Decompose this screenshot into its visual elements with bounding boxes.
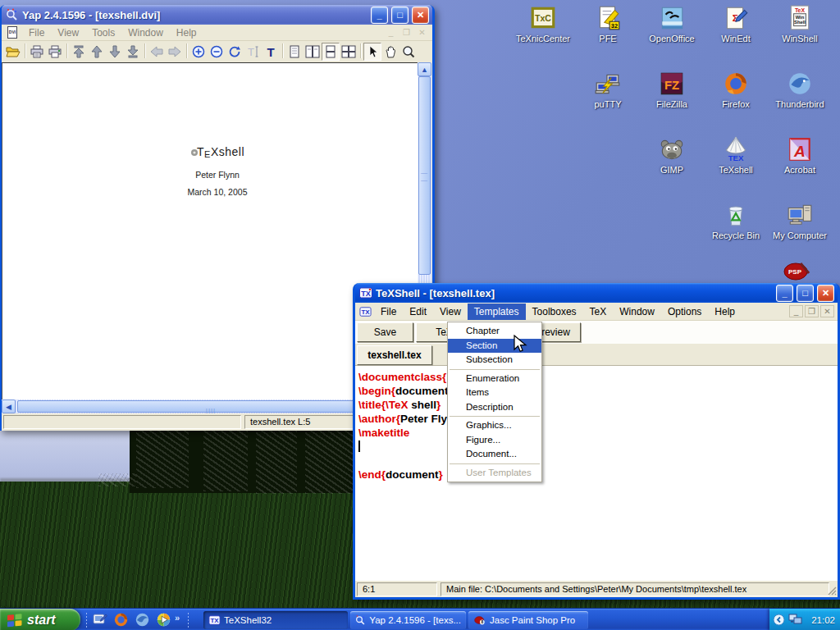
mdi-minimize-button[interactable]: _ [789,305,803,317]
taskbar-clock[interactable]: 21:02 [811,615,835,625]
vertical-scrollbar-thumb[interactable]: ―― [418,76,431,275]
thunderbird-icon [786,70,814,98]
yap-minimize-button[interactable]: _ [371,7,388,24]
hand-tool-icon[interactable] [381,43,399,61]
magnifier-tool-icon[interactable] [399,43,418,61]
firefox-quicklaunch-icon[interactable] [113,612,129,628]
more-chevron-icon[interactable]: » [175,613,180,623]
first-page-icon[interactable] [70,43,88,61]
menu-item-items[interactable]: Items [448,386,541,400]
yap-menu-tools[interactable]: Tools [85,25,121,41]
yap-menu-window[interactable]: Window [121,25,170,41]
yap-menu-view[interactable]: View [51,25,85,41]
texshell-menu-tex[interactable]: TeX [583,304,614,320]
save-button[interactable]: Save [357,322,413,342]
ruler-tool-icon[interactable]: T [244,43,262,61]
text-tool-icon[interactable]: T [262,43,280,61]
filezilla-icon: FZ [658,70,686,98]
forward-icon[interactable] [166,43,184,61]
facing-page-view-icon[interactable] [304,43,322,61]
continuous-view-icon[interactable] [322,43,340,61]
tab-texshell-tex[interactable]: texshell.tex [357,345,432,365]
yap-close-button[interactable]: ✕ [412,7,429,24]
print-setup-icon[interactable] [46,43,64,61]
menu-item-enumeration[interactable]: Enumeration [448,372,541,386]
texshell-minimize-button[interactable]: _ [776,285,793,302]
texshell-icon: TEX [722,135,750,163]
mdi-restore-button[interactable]: ❐ [805,305,819,317]
desktop-icon-putty[interactable]: puTTY [576,70,640,109]
mdi-minimize-button[interactable]: _ [384,26,398,39]
desktop-icon-firefox[interactable]: Firefox [704,70,768,109]
texshell-maximize-button[interactable]: □ [797,285,814,302]
desktop-icon-openoffice[interactable]: OpenOffice [640,4,704,43]
last-page-icon[interactable] [124,43,142,61]
scroll-up-button[interactable]: ▲ [418,62,431,76]
yap-maximize-button[interactable]: □ [391,7,409,24]
texshell-menu-view[interactable]: View [433,304,468,320]
texshell-menu-help[interactable]: Help [708,304,742,320]
open-file-icon[interactable] [4,43,22,61]
next-page-icon[interactable] [106,43,124,61]
paint-shop-pro-task-icon: 8 [473,614,486,626]
desktop-icon-psp[interactable]: PSP [781,260,817,283]
mdi-restore-button[interactable]: ❐ [399,26,413,39]
single-page-view-icon[interactable] [285,43,304,61]
yap-status-message [3,415,241,429]
desktop-icon-texniccenter[interactable]: TxC TeXnicCenter [511,4,575,43]
texshell-menu-edit[interactable]: Edit [403,304,433,320]
texshell-menu-window[interactable]: Window [613,304,661,320]
yap-menu-help[interactable]: Help [170,25,203,41]
taskbar-button-paintshoppro[interactable]: 8 Jasc Paint Shop Pro [468,611,588,629]
resize-grip[interactable] [828,587,837,596]
back-icon[interactable] [148,43,166,61]
scroll-left-button[interactable]: ◀ [2,399,16,413]
taskbar-button-yap[interactable]: Yap 2.4.1596 - [texs... [350,611,466,629]
code-editor[interactable]: \documentclass{ \begin{document \title{\… [355,366,838,581]
refresh-icon[interactable] [226,43,244,61]
continuous-facing-view-icon[interactable] [340,43,358,61]
texshell-menu-templates[interactable]: Templates [468,304,526,320]
print-icon[interactable] [28,43,46,61]
desktop-icon-pfe[interactable]: 32 PFE [576,4,640,43]
texshell-menu-file[interactable]: File [374,304,403,320]
previous-page-icon[interactable] [88,43,106,61]
desktop-icon-gimp[interactable]: GIMP [640,135,704,175]
network-status-icon[interactable] [788,614,802,626]
show-desktop-icon[interactable] [92,612,107,628]
media-player-icon[interactable] [156,612,171,628]
yap-menu-file[interactable]: File [22,25,51,41]
select-tool-icon[interactable] [363,43,381,61]
texshell-menu-options[interactable]: Options [661,304,708,320]
taskbar-gripper[interactable] [187,612,189,628]
thunderbird-quicklaunch-icon[interactable] [135,612,150,628]
desktop-icon-my-computer[interactable]: My Computer [768,201,832,240]
yap-titlebar[interactable]: Yap 2.4.1596 - [texshell.dvi] _ □ ✕ [2,5,432,25]
taskbar-button-texshell[interactable]: TX TeXShell32 [203,611,348,629]
svg-text:A: A [793,143,806,160]
desktop-icon-texshell[interactable]: TEX TeXshell [704,135,768,175]
menu-item-graphics[interactable]: Graphics... [448,418,541,433]
menu-item-document[interactable]: Document... [448,447,541,462]
texshell-menu-toolboxes[interactable]: Toolboxes [526,304,583,320]
desktop-icon-acrobat[interactable]: A Acrobat [768,135,832,175]
taskbar-gripper[interactable] [85,612,88,628]
zoom-in-icon[interactable] [189,43,208,61]
horizontal-scrollbar-thumb[interactable]: |||| [17,400,404,413]
menu-item-figure[interactable]: Figure... [448,433,541,448]
menu-item-subsection[interactable]: Subsection [448,353,541,368]
tray-collapse-chevron-icon[interactable] [773,614,785,626]
mdi-close-button[interactable]: ✕ [415,26,429,39]
desktop-icon-winshell[interactable]: TeXWinShell WinShell [768,4,832,43]
zoom-out-icon[interactable] [208,43,226,61]
yap-window-title: Yap 2.4.1596 - [texshell.dvi] [22,9,368,21]
desktop-icon-thunderbird[interactable]: Thunderbird [768,70,832,109]
texshell-close-button[interactable]: ✕ [817,285,834,302]
desktop-icon-filezilla[interactable]: FZ FileZilla [640,70,704,109]
start-button[interactable]: start [0,609,80,630]
texshell-titlebar[interactable]: TX TeXShell - [texshell.tex] _ □ ✕ [355,283,838,303]
mdi-close-button[interactable]: ✕ [820,305,834,317]
menu-item-description[interactable]: Description [448,400,541,415]
desktop-icon-recycle-bin[interactable]: Recycle Bin [704,201,768,240]
desktop-icon-winedt[interactable]: Σ WinEdt [704,4,768,43]
